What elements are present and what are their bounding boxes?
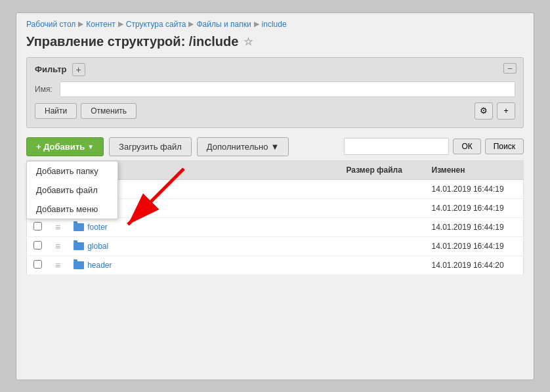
page-title-area: Управление структурой: /include ☆ <box>26 34 524 49</box>
row-size-cell <box>340 198 425 217</box>
drag-handle-icon[interactable]: ≡ <box>55 260 60 271</box>
row-size-cell <box>340 179 425 198</box>
row-size-cell <box>340 217 425 236</box>
row-modified-cell: 14.01.2019 16:44:19 <box>425 217 524 236</box>
drag-handle-icon[interactable]: ≡ <box>55 241 60 251</box>
folder-name: footer <box>87 223 108 232</box>
row-modified-cell: 14.01.2019 16:44:19 <box>425 236 524 255</box>
more-button-caret-icon: ▼ <box>270 142 279 152</box>
folder-link[interactable]: header <box>74 261 333 270</box>
drag-handle-icon[interactable]: ≡ <box>55 222 60 232</box>
row-drag-cell: ≡ <box>49 217 67 236</box>
toolbar-wrapper: + Добавить ▼ Добавить папку Добавить фай… <box>26 137 524 156</box>
folder-icon <box>74 242 84 250</box>
breadcrumb-sep-4: ▶ <box>254 20 259 28</box>
search-bar: ОК Поиск <box>344 138 524 155</box>
row-checkbox-cell <box>27 255 49 274</box>
breadcrumb-item-structure[interactable]: Структура сайта <box>126 20 186 29</box>
col-header-size: Размер файла <box>340 160 425 179</box>
breadcrumb-item-desktop[interactable]: Рабочий стол <box>26 20 75 29</box>
page-title: Управление структурой: /include <box>26 34 238 49</box>
row-modified-cell: 14.01.2019 16:44:20 <box>425 255 524 274</box>
row-size-cell <box>340 236 425 255</box>
search-input[interactable] <box>344 138 449 155</box>
main-container: Рабочий стол ▶ Контент ▶ Структура сайта… <box>16 12 534 380</box>
add-icon-button[interactable]: + <box>497 102 515 120</box>
filter-name-input[interactable] <box>60 81 515 97</box>
favorite-star-icon[interactable]: ☆ <box>243 35 253 48</box>
breadcrumb-sep-3: ▶ <box>188 20 194 28</box>
row-name-cell: footer <box>67 217 339 236</box>
row-modified-cell: 14.01.2019 16:44:19 <box>425 179 524 198</box>
folder-icon <box>74 261 84 269</box>
filter-name-row: Имя: <box>35 81 515 97</box>
folder-icon <box>74 223 84 231</box>
row-size-cell <box>340 255 425 274</box>
upload-button[interactable]: Загрузить файл <box>109 137 192 156</box>
breadcrumb-sep-2: ▶ <box>118 20 123 28</box>
col-header-modified: Изменен <box>425 160 524 179</box>
filter-left-buttons: Найти Отменить <box>35 103 137 119</box>
find-button[interactable]: Найти <box>35 103 77 119</box>
breadcrumb: Рабочий стол ▶ Контент ▶ Структура сайта… <box>26 20 524 29</box>
add-button-label: + Добавить <box>36 142 85 152</box>
more-button-label: Дополнительно <box>207 142 268 152</box>
filter-buttons: Найти Отменить ⚙ + <box>35 102 515 120</box>
row-drag-cell: ≡ <box>49 236 67 255</box>
filter-name-label: Имя: <box>35 85 54 94</box>
settings-icon-button[interactable]: ⚙ <box>475 102 493 120</box>
table-row: ≡ global 14.01.2019 16:44:19 <box>27 236 524 255</box>
toolbar: + Добавить ▼ Добавить папку Добавить фай… <box>26 137 524 156</box>
filter-label: Фильтр <box>35 64 67 74</box>
ok-button[interactable]: ОК <box>453 139 480 154</box>
table-row: ≡ footer 14.01.2019 16:44:19 <box>27 217 524 236</box>
add-button[interactable]: + Добавить ▼ <box>26 137 104 156</box>
breadcrumb-sep-1: ▶ <box>78 20 83 28</box>
folder-link[interactable]: global <box>74 242 333 251</box>
cancel-button[interactable]: Отменить <box>81 103 137 119</box>
add-button-container: + Добавить ▼ Добавить папку Добавить фай… <box>26 137 104 156</box>
breadcrumb-item-include[interactable]: include <box>262 20 287 29</box>
search-button[interactable]: Поиск <box>485 139 524 154</box>
dropdown-item-folder[interactable]: Добавить папку <box>27 162 117 181</box>
folder-link[interactable]: footer <box>74 223 333 232</box>
folder-name: header <box>87 261 112 270</box>
row-name-cell: header <box>67 255 339 274</box>
row-checkbox-cell <box>27 236 49 255</box>
dropdown-item-menu[interactable]: Добавить меню <box>27 200 117 219</box>
row-checkbox[interactable] <box>33 222 42 230</box>
breadcrumb-item-content[interactable]: Контент <box>86 20 115 29</box>
breadcrumb-item-files[interactable]: Файлы и папки <box>196 20 251 29</box>
filter-right-buttons: ⚙ + <box>475 102 515 120</box>
filter-add-button[interactable]: + <box>72 63 85 76</box>
add-button-caret-icon: ▼ <box>87 143 94 150</box>
row-name-cell: global <box>67 236 339 255</box>
dropdown-item-file[interactable]: Добавить файл <box>27 181 117 200</box>
filter-header: Фильтр + <box>35 63 515 76</box>
row-checkbox[interactable] <box>33 241 42 250</box>
row-drag-cell: ≡ <box>49 255 67 274</box>
row-checkbox[interactable] <box>33 260 42 269</box>
table-row: ≡ header 14.01.2019 16:44:20 <box>27 255 524 274</box>
filter-panel: Фильтр + – Имя: Найти Отменить ⚙ + <box>26 57 524 128</box>
row-modified-cell: 14.01.2019 16:44:19 <box>425 198 524 217</box>
add-dropdown-menu: Добавить папку Добавить файл Добавить ме… <box>26 161 118 219</box>
filter-minimize-button[interactable]: – <box>503 63 517 74</box>
row-checkbox-cell <box>27 217 49 236</box>
more-button[interactable]: Дополнительно ▼ <box>197 137 289 156</box>
folder-name: global <box>87 242 108 251</box>
